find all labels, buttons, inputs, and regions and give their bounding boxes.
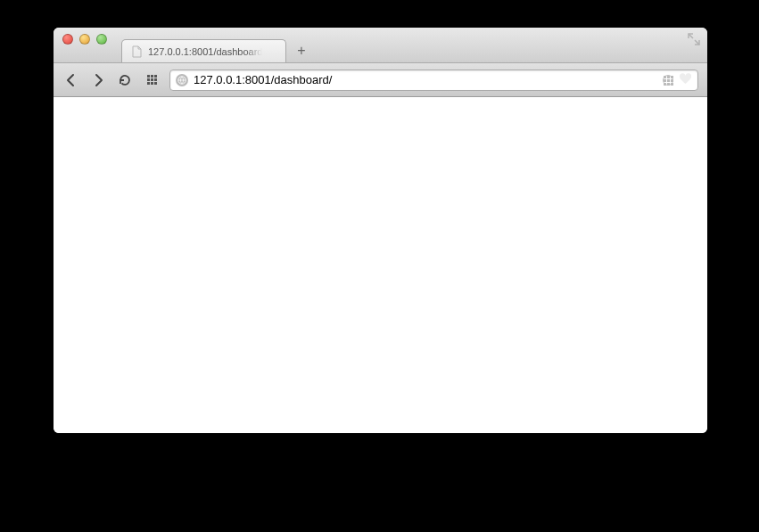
grid-icon[interactable] — [663, 75, 673, 86]
page-content — [54, 97, 707, 433]
zoom-window-button[interactable] — [96, 34, 107, 45]
back-button[interactable] — [62, 71, 80, 89]
address-bar[interactable] — [169, 70, 698, 91]
url-input[interactable] — [194, 73, 657, 86]
new-tab-button[interactable]: + — [290, 39, 313, 62]
close-window-button[interactable] — [62, 34, 73, 45]
titlebar: 127.0.0.1:8001/dashboard + — [54, 28, 707, 63]
plus-icon: + — [297, 43, 305, 59]
browser-window: 127.0.0.1:8001/dashboard + — [54, 28, 707, 433]
fullscreen-icon[interactable] — [688, 33, 700, 45]
url-bar-right — [663, 73, 692, 87]
grid-icon — [147, 75, 157, 85]
globe-icon — [176, 74, 188, 86]
document-icon — [131, 45, 143, 58]
reload-button[interactable] — [116, 71, 134, 89]
tab-title: 127.0.0.1:8001/dashboard — [148, 46, 262, 57]
window-controls — [62, 34, 107, 45]
minimize-window-button[interactable] — [79, 34, 90, 45]
forward-button[interactable] — [89, 71, 107, 89]
toolbar — [54, 63, 707, 97]
speed-dial-button[interactable] — [143, 71, 161, 89]
tabs-row: 127.0.0.1:8001/dashboard + — [121, 28, 313, 62]
favorite-icon[interactable] — [679, 73, 692, 87]
browser-tab[interactable]: 127.0.0.1:8001/dashboard — [121, 39, 286, 62]
